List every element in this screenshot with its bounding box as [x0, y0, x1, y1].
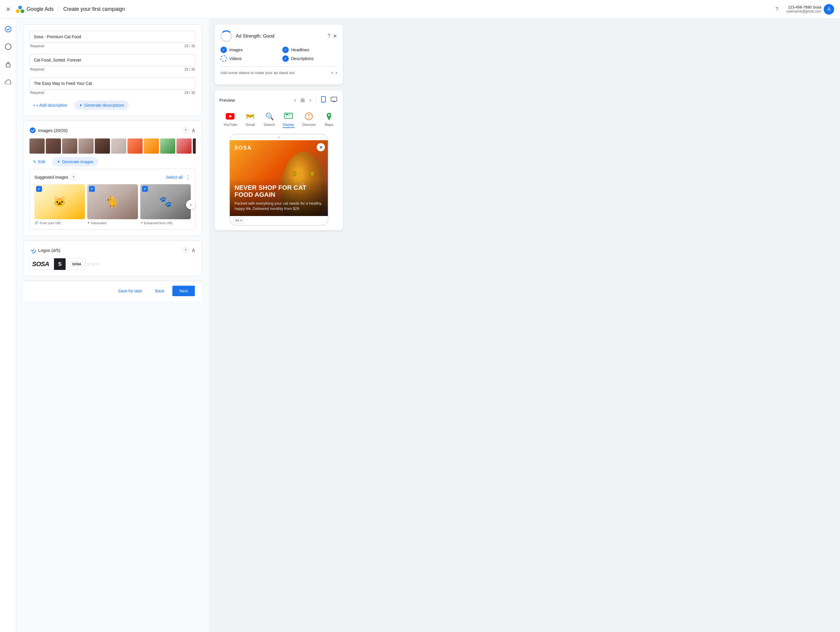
preview-next-button[interactable]: › [308, 96, 313, 104]
maps-icon [324, 111, 334, 121]
suggested-item-1[interactable]: 🐱 🔗 From your URL [35, 184, 85, 225]
logos-collapse-button[interactable]: ∧ [191, 247, 196, 254]
strength-help-icon[interactable]: ? [328, 33, 330, 39]
preview-panel: Preview ‹ ⊞ › [215, 90, 343, 230]
select-all-button[interactable]: Select all [166, 175, 183, 180]
logos-help-icon[interactable]: ? [182, 247, 189, 254]
suggested-img-2[interactable]: 🐈 [87, 184, 138, 219]
svg-rect-18 [288, 115, 290, 115]
ad-brand: SOSA [235, 145, 252, 151]
preview-grid-button[interactable]: ⊞ [299, 96, 306, 105]
account-email: username@gmail.com [786, 9, 821, 13]
strength-items: ✓ Images ✓ Headlines Videos ✓ Descriptio… [221, 47, 337, 62]
sidebar-icon-lock[interactable] [2, 58, 14, 70]
input-group-2: Required 25 / 30 [30, 54, 196, 72]
image-thumb-2[interactable] [46, 139, 61, 154]
images-collapse-button[interactable]: ∧ [191, 127, 196, 134]
tab-youtube[interactable]: YouTube [221, 110, 240, 129]
left-scroll: Required 23 / 30 Required 25 / 30 Requir… [23, 25, 202, 324]
logo-sosa-small[interactable]: SOSA [68, 258, 85, 270]
images-actions: ? ∧ [182, 127, 196, 134]
images-section: Images (20/20) ? ∧ [23, 121, 202, 236]
tip-prev-button[interactable]: ‹ [332, 70, 333, 76]
ad-overlay: NEVER SHOP FOR CAT FOOD AGAIN Packed wit… [230, 178, 328, 216]
images-help-icon[interactable]: ? [182, 127, 189, 134]
more-options-icon[interactable]: ⋮ [185, 174, 191, 181]
ad-badge: Ad ▾ [233, 218, 244, 223]
svg-point-6 [30, 128, 36, 133]
suggested-item-2[interactable]: 🐈 ✦ Generated [87, 184, 138, 225]
headline-input-2[interactable] [30, 54, 196, 66]
image-thumb-5[interactable] [95, 139, 110, 154]
check-icon-descriptions: ✓ [282, 55, 289, 62]
svg-point-7 [30, 247, 36, 253]
svg-rect-16 [286, 114, 288, 115]
img-checkbox-1[interactable] [36, 186, 42, 192]
preview-desktop-button[interactable] [330, 96, 338, 105]
sidebar-icon-check[interactable] [2, 23, 14, 35]
image-thumb-9[interactable] [160, 139, 175, 154]
logo-sosa-text[interactable]: SOSA [30, 258, 52, 270]
help-button[interactable]: ? [772, 5, 782, 14]
strength-item-images: ✓ Images [221, 47, 275, 53]
edit-images-button[interactable]: ✎ Edit [30, 157, 49, 167]
image-thumb-extra[interactable]: +7 [193, 139, 196, 154]
preview-prev-button[interactable]: ‹ [293, 96, 297, 104]
logos-section: Logos (4/5) ? ∧ SOSA S SOSA [23, 241, 202, 276]
image-thumb-1[interactable] [30, 139, 45, 154]
headline-input-1[interactable] [30, 31, 196, 43]
suggested-help-icon[interactable]: ? [70, 174, 77, 181]
ad-image: ✕ SOSA NEVER SHOP FOR CAT FOOD AGAIN Pac… [230, 140, 328, 216]
svg-point-2 [21, 9, 25, 13]
strength-item-descriptions: ✓ Descriptions [282, 55, 337, 62]
tab-maps[interactable]: Maps [321, 110, 336, 129]
preview-header: Preview ‹ ⊞ › [219, 95, 338, 105]
tab-search[interactable]: 🔍 Search [261, 110, 277, 129]
svg-point-1 [18, 6, 22, 9]
tip-next-button[interactable]: › [335, 70, 337, 76]
tab-display[interactable]: Display [280, 110, 296, 129]
avatar[interactable]: A [824, 4, 834, 14]
preview-mobile-button[interactable] [320, 95, 327, 105]
suggested-item-3[interactable]: 🐾 ↗ Enhanced from URL [140, 184, 191, 225]
strength-close-icon[interactable]: ✕ [333, 33, 337, 39]
close-icon[interactable]: ✕ [6, 6, 11, 13]
input-group-3: Required 29 / 30 [30, 77, 196, 96]
logo-black-square[interactable]: S [54, 258, 66, 270]
topbar: ✕ Google Ads Create your first campaign … [0, 0, 840, 19]
suggested-next-arrow[interactable]: › [186, 200, 196, 209]
suggested-grid: 🐱 🔗 From your URL [35, 184, 191, 225]
image-thumb-7[interactable] [128, 139, 143, 154]
image-thumb-8[interactable] [144, 139, 159, 154]
back-button[interactable]: Back [150, 286, 169, 296]
strength-label-descriptions: Descriptions [291, 56, 314, 61]
img-checkbox-2[interactable] [89, 186, 95, 192]
ad-close-button[interactable]: ✕ [317, 143, 325, 151]
save-for-later-button[interactable]: Save for later [114, 286, 147, 296]
add-description-button[interactable]: + + Add description [30, 101, 71, 110]
search-icon-tab: 🔍 [264, 111, 275, 121]
headline-input-3[interactable] [30, 77, 196, 90]
phone-preview: ✕ SOSA NEVER SHOP FOR CAT FOOD AGAIN Pac… [229, 134, 328, 225]
gmail-icon [245, 111, 256, 121]
img-checkbox-3[interactable] [142, 186, 148, 192]
tip-nav: ‹ › [332, 70, 337, 76]
generate-descriptions-button[interactable]: ✦ Generate descriptions [74, 101, 129, 110]
sidebar-icon-cloud[interactable] [2, 76, 14, 87]
image-thumb-6[interactable] [111, 139, 126, 154]
topbar-right: ? 123-456-7890 Sosa username@gmail.com A [772, 4, 834, 14]
tab-discover[interactable]: Discover [300, 110, 318, 129]
tab-gmail[interactable]: Gmail [243, 110, 258, 129]
image-thumb-3[interactable] [62, 139, 77, 154]
ad-description: Packed with everything your cat needs fo… [235, 201, 323, 211]
image-thumb-10[interactable] [177, 139, 192, 154]
svg-point-4 [5, 44, 11, 50]
check-icon-headlines: ✓ [282, 47, 289, 53]
images-header: Images (20/20) ? ∧ [30, 127, 196, 134]
image-thumb-4[interactable] [79, 139, 94, 154]
sidebar-icon-circle[interactable] [2, 41, 14, 52]
svg-rect-17 [288, 114, 291, 115]
youtube-icon [225, 111, 235, 121]
next-button[interactable]: Next [172, 286, 195, 296]
generate-images-button[interactable]: ✦ Generate images [52, 157, 98, 167]
